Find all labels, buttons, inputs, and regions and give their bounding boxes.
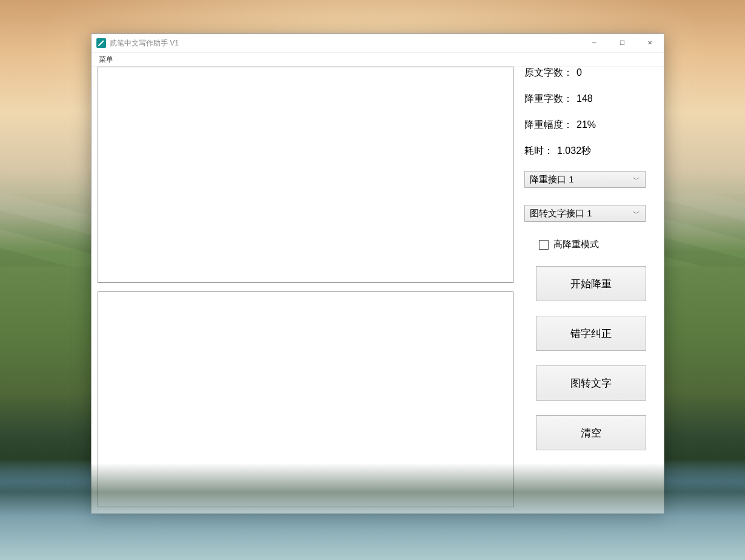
source-textarea[interactable] <box>98 67 513 283</box>
high-mode-label: 高降重模式 <box>553 239 599 250</box>
client-area: 原文字数： 0 降重字数： 148 降重幅度： 21% 耗时： 1.032秒 降… <box>98 67 658 507</box>
stat-ratio-value: 21% <box>576 119 596 130</box>
stat-original-value: 0 <box>576 67 582 78</box>
menu-item-main[interactable]: 菜单 <box>95 53 117 66</box>
app-window: 贰笔中文写作助手 V1 ─ ☐ ✕ 菜单 原文字数： 0 降重字数： <box>91 33 664 514</box>
stat-time: 耗时： 1.032秒 <box>524 145 658 158</box>
desktop-background: 贰笔中文写作助手 V1 ─ ☐ ✕ 菜单 原文字数： 0 降重字数： <box>0 0 745 560</box>
maximize-icon: ☐ <box>620 40 625 46</box>
window-title: 贰笔中文写作助手 V1 <box>110 38 179 48</box>
clear-label: 清空 <box>581 426 601 440</box>
chevron-down-icon: ﹀ <box>633 208 640 219</box>
start-reduce-label: 开始降重 <box>570 277 612 291</box>
minimize-icon: ─ <box>592 40 596 46</box>
ocr-label: 图转文字 <box>570 376 612 390</box>
stat-time-label: 耗时： <box>524 145 553 158</box>
correct-typo-label: 错字纠正 <box>570 327 612 341</box>
menubar: 菜单 <box>92 53 664 67</box>
app-icon <box>96 38 106 48</box>
reduce-api-selected: 降重接口 1 <box>530 174 633 185</box>
high-mode-checkbox[interactable]: 高降重模式 <box>539 239 658 250</box>
ocr-api-select[interactable]: 图转文字接口 1 ﹀ <box>524 205 646 222</box>
stat-reduced-label: 降重字数： <box>524 93 573 105</box>
minimize-button[interactable]: ─ <box>580 34 608 52</box>
start-reduce-button[interactable]: 开始降重 <box>536 266 646 301</box>
ocr-button[interactable]: 图转文字 <box>536 365 646 401</box>
maximize-button[interactable]: ☐ <box>608 34 636 52</box>
clear-button[interactable]: 清空 <box>536 415 646 450</box>
stat-ratio: 降重幅度： 21% <box>524 119 658 132</box>
checkbox-box-icon <box>539 240 549 250</box>
stat-ratio-label: 降重幅度： <box>524 119 573 132</box>
ocr-api-selected: 图转文字接口 1 <box>530 208 633 219</box>
chevron-down-icon: ﹀ <box>633 175 640 185</box>
stat-time-value: 1.032秒 <box>557 145 591 158</box>
left-pane <box>98 67 513 507</box>
reduce-api-select[interactable]: 降重接口 1 ﹀ <box>524 171 646 188</box>
stat-reduced-value: 148 <box>576 93 593 104</box>
stat-original-label: 原文字数： <box>524 67 573 79</box>
stat-reduced-count: 降重字数： 148 <box>524 93 658 105</box>
stat-original-count: 原文字数： 0 <box>524 67 658 79</box>
correct-typo-button[interactable]: 错字纠正 <box>536 316 646 351</box>
close-button[interactable]: ✕ <box>636 34 664 52</box>
result-textarea[interactable] <box>98 292 513 508</box>
close-icon: ✕ <box>647 40 652 46</box>
right-pane: 原文字数： 0 降重字数： 148 降重幅度： 21% 耗时： 1.032秒 降… <box>513 67 658 507</box>
titlebar[interactable]: 贰笔中文写作助手 V1 ─ ☐ ✕ <box>92 34 664 53</box>
